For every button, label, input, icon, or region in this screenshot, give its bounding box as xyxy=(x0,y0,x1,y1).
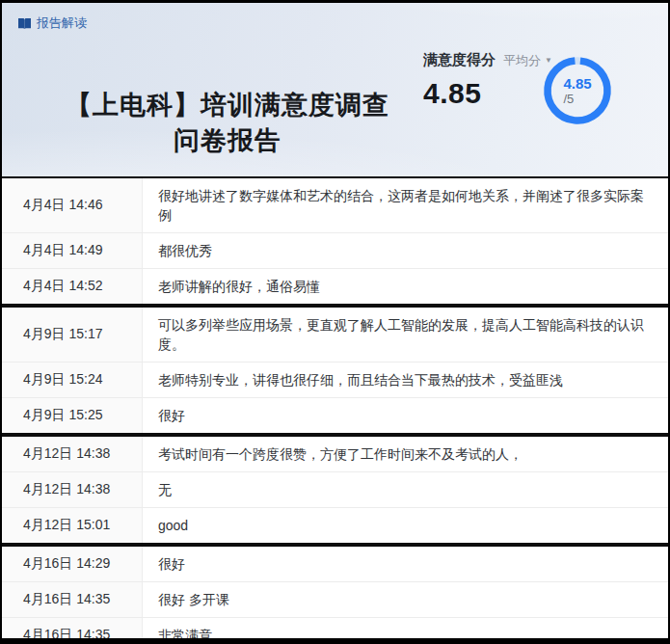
table-row: 4月16日 14:29很好 xyxy=(2,547,668,581)
table-section: 4月4日 14:46很好地讲述了数字媒体和艺术的结合，这两者是如何地关系，并阐述… xyxy=(2,178,668,304)
comment-cell: 都很优秀 xyxy=(143,233,668,268)
comments-table: 4月4日 14:46很好地讲述了数字媒体和艺术的结合，这两者是如何地关系，并阐述… xyxy=(2,178,668,644)
time-cell: 4月16日 14:29 xyxy=(2,547,143,581)
satisfaction-gauge: 4.85 /5 xyxy=(543,56,612,125)
comment-cell: 可以多列举些应用场景，更直观了解人工智能的发展，提高人工智能高科技的认识度。 xyxy=(143,308,668,362)
score-value: 4.85 xyxy=(423,77,552,110)
report-interpretation-link[interactable]: 报告解读 xyxy=(17,14,87,32)
time-cell: 4月4日 14:49 xyxy=(2,233,143,268)
table-section: 4月16日 14:29很好4月16日 14:35很好 多开课4月16日 14:3… xyxy=(2,543,668,644)
comment-cell: 很好地讲述了数字媒体和艺术的结合，这两者是如何地关系，并阐述了很多实际案例 xyxy=(143,178,668,232)
comment-cell: 无 xyxy=(143,472,668,507)
table-row: 4月16日 14:35非常满意 xyxy=(2,617,668,644)
table-row: 4月12日 14:38无 xyxy=(2,471,668,507)
table-row: 4月4日 14:46很好地讲述了数字媒体和艺术的结合，这两者是如何地关系，并阐述… xyxy=(2,178,668,232)
nav-label: 报告解读 xyxy=(37,14,87,32)
comment-cell: good xyxy=(143,508,668,543)
page-title: 【上电科】培训满意度调查 问卷报告 xyxy=(29,88,426,159)
table-section: 4月9日 15:17可以多列举些应用场景，更直观了解人工智能的发展，提高人工智能… xyxy=(2,304,668,433)
time-cell: 4月16日 14:35 xyxy=(2,618,143,644)
table-row: 4月9日 15:25很好 xyxy=(2,397,668,433)
time-cell: 4月9日 15:24 xyxy=(2,362,143,397)
comment-cell: 老师讲解的很好，通俗易懂 xyxy=(143,269,668,304)
gauge-value: 4.85 xyxy=(563,75,591,92)
time-cell: 4月12日 14:38 xyxy=(2,437,143,471)
score-label: 满意度得分 xyxy=(423,51,496,69)
report-header: 报告解读 【上电科】培训满意度调查 问卷报告 满意度得分 平均分 ▼ 4.85 xyxy=(2,3,668,178)
table-row: 4月4日 14:52老师讲解的很好，通俗易懂 xyxy=(2,268,668,304)
time-cell: 4月16日 14:35 xyxy=(2,582,143,617)
time-cell: 4月9日 15:17 xyxy=(2,308,143,362)
time-cell: 4月4日 14:46 xyxy=(2,178,143,232)
table-row: 4月16日 14:35很好 多开课 xyxy=(2,581,668,617)
table-row: 4月9日 15:17可以多列举些应用场景，更直观了解人工智能的发展，提高人工智能… xyxy=(2,308,668,362)
score-mode-label: 平均分 xyxy=(503,52,541,69)
time-cell: 4月12日 15:01 xyxy=(2,508,143,543)
table-row: 4月12日 14:38考试时间有一个跨度很赞，方便了工作时间来不及考试的人， xyxy=(2,437,668,471)
page-title-line2: 问卷报告 xyxy=(29,123,426,159)
table-row: 4月4日 14:49都很优秀 xyxy=(2,232,668,268)
time-cell: 4月4日 14:52 xyxy=(2,269,143,304)
comment-cell: 很好 多开课 xyxy=(143,582,668,617)
report-window: 报告解读 【上电科】培训满意度调查 问卷报告 满意度得分 平均分 ▼ 4.85 xyxy=(0,0,670,644)
comment-cell: 老师特别专业，讲得也很仔细，而且结合当下最热的技术，受益匪浅 xyxy=(143,362,668,397)
page-title-line1: 【上电科】培训满意度调查 xyxy=(29,88,426,123)
time-cell: 4月12日 14:38 xyxy=(2,472,143,507)
open-book-icon xyxy=(17,17,32,30)
table-row: 4月9日 15:24老师特别专业，讲得也很仔细，而且结合当下最热的技术，受益匪浅 xyxy=(2,362,668,397)
gauge-center-label: 4.85 /5 xyxy=(543,56,612,125)
comment-cell: 很好 xyxy=(143,547,668,581)
gauge-max: /5 xyxy=(563,92,574,107)
comment-cell: 考试时间有一个跨度很赞，方便了工作时间来不及考试的人， xyxy=(143,437,668,471)
table-row: 4月12日 15:01good xyxy=(2,507,668,543)
comment-cell: 非常满意 xyxy=(143,618,668,644)
satisfaction-score-block: 满意度得分 平均分 ▼ 4.85 xyxy=(423,51,552,110)
comment-cell: 很好 xyxy=(143,398,668,433)
time-cell: 4月9日 15:25 xyxy=(2,398,143,433)
table-section: 4月12日 14:38考试时间有一个跨度很赞，方便了工作时间来不及考试的人，4月… xyxy=(2,433,668,543)
